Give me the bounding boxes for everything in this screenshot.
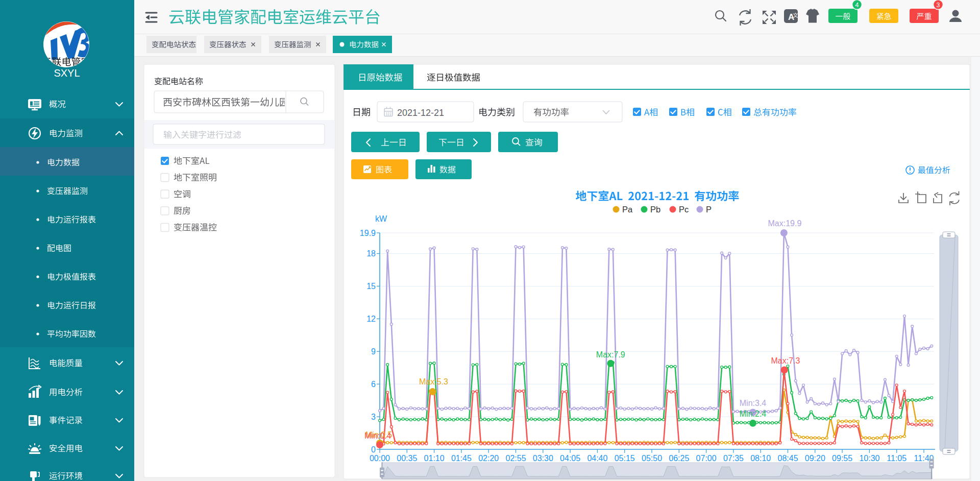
svg-text:03:30: 03:30 bbox=[533, 454, 553, 463]
svg-text:6: 6 bbox=[371, 380, 376, 389]
svg-text:Min:3.4: Min:3.4 bbox=[740, 399, 767, 407]
svg-text:01:10: 01:10 bbox=[424, 454, 445, 463]
svg-text:10:30: 10:30 bbox=[859, 454, 879, 463]
svg-text:11:05: 11:05 bbox=[887, 454, 906, 463]
svg-text:06:25: 06:25 bbox=[669, 454, 689, 463]
svg-text:Pb: Pb bbox=[650, 205, 660, 214]
svg-text:02:20: 02:20 bbox=[478, 454, 499, 463]
svg-text:Pc: Pc bbox=[679, 205, 689, 214]
svg-text:kW: kW bbox=[375, 214, 387, 223]
svg-text:9: 9 bbox=[371, 347, 376, 356]
svg-text:18: 18 bbox=[366, 249, 376, 258]
svg-text:08:45: 08:45 bbox=[777, 454, 798, 463]
svg-text:Max:19.9: Max:19.9 bbox=[768, 219, 802, 228]
svg-text:07:35: 07:35 bbox=[723, 454, 744, 463]
svg-text:09:55: 09:55 bbox=[832, 454, 852, 463]
svg-text:09:20: 09:20 bbox=[805, 454, 825, 463]
svg-text:P: P bbox=[706, 205, 712, 214]
svg-text:Max:7.3: Max:7.3 bbox=[771, 356, 800, 365]
svg-text:01:45: 01:45 bbox=[451, 454, 472, 463]
svg-text:Min:2.4: Min:2.4 bbox=[740, 410, 767, 418]
svg-text:05:15: 05:15 bbox=[615, 454, 635, 463]
svg-text:0: 0 bbox=[371, 445, 376, 454]
svg-text:Max:5.3: Max:5.3 bbox=[419, 377, 448, 386]
svg-text:07:00: 07:00 bbox=[696, 454, 717, 463]
svg-text:12: 12 bbox=[366, 315, 376, 323]
svg-text:00:35: 00:35 bbox=[397, 454, 417, 463]
svg-text:3: 3 bbox=[371, 413, 376, 421]
svg-text:19.9: 19.9 bbox=[360, 229, 376, 237]
svg-text:05:50: 05:50 bbox=[642, 454, 662, 463]
svg-text:04:05: 04:05 bbox=[560, 454, 580, 463]
svg-text:2021-12-21: 2021-12-21 bbox=[397, 108, 444, 118]
svg-text:04:40: 04:40 bbox=[587, 454, 607, 463]
svg-text:3: 3 bbox=[937, 2, 940, 9]
svg-text:Min:0.4: Min:0.4 bbox=[364, 431, 391, 440]
svg-text:SXYL: SXYL bbox=[54, 67, 80, 79]
svg-text:Max:7.9: Max:7.9 bbox=[596, 350, 625, 359]
svg-text:02:55: 02:55 bbox=[505, 454, 526, 463]
svg-text:Pa: Pa bbox=[622, 205, 633, 214]
svg-text:08:10: 08:10 bbox=[750, 454, 771, 463]
svg-text:00:00: 00:00 bbox=[370, 454, 390, 463]
svg-text:15: 15 bbox=[366, 282, 376, 291]
svg-text:4: 4 bbox=[855, 2, 859, 9]
